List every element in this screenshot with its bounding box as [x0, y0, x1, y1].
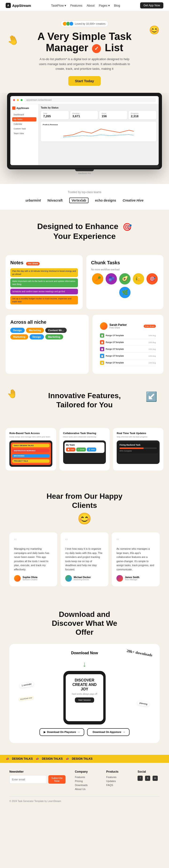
chunk-icon-2: 🥑	[119, 273, 131, 284]
niche-card: Across all niche Design Marketing Conten…	[6, 315, 89, 374]
screen-main-title: Tasks by Status	[41, 106, 156, 109]
sidebar-item-customtask[interactable]: Custom Task	[12, 127, 36, 131]
reminder-badge: 1 reminder	[20, 681, 34, 688]
playstore-button[interactable]: ▶ Download On Playstore →	[39, 728, 84, 736]
subscribe-button[interactable]: Subscribe Now	[48, 775, 66, 784]
footer-company-link-1[interactable]: Pricing	[75, 780, 97, 782]
designed-headline: Designed to Enhance 🎯 Your Experience	[9, 221, 160, 241]
avatar-3	[69, 22, 73, 26]
screen-url: appstream.io/dashboard	[25, 98, 156, 102]
sarah-info: Sarah Parker Free Share	[109, 323, 127, 329]
testimonial-author-0: Sophie Olivia Software Creative	[14, 575, 53, 582]
banner-icon-3: 📣	[66, 757, 69, 761]
author-avatar-1	[65, 575, 72, 582]
tag-marketing-3: Marketing	[45, 334, 63, 339]
footer-products-link-1[interactable]: Updates	[106, 780, 128, 782]
logo: A AppStream	[6, 3, 31, 8]
sidebar-item-mytask[interactable]: My Tasks	[12, 117, 36, 121]
arrow-right-icon: →	[77, 731, 80, 734]
author-info-2: James Smith Team Manager	[125, 576, 139, 581]
testimonial-author-1: Michael Decker Marketing Director	[65, 575, 104, 582]
footer-products-link-0[interactable]: Features	[106, 776, 128, 778]
sidebar-item-dashboard[interactable]: Dashboard	[12, 113, 36, 117]
task-badge-2: BROWSING	[12, 454, 49, 458]
nav-features[interactable]: Features	[70, 4, 82, 7]
testimonials-section: Hear from Our Happy Clients 😊 " Managing…	[0, 480, 169, 598]
chart-area: Profit & Revenue	[41, 122, 156, 141]
sidebar-logo-icon	[12, 106, 15, 110]
quote-icon-1: "	[65, 537, 104, 545]
phone-feature-card-0: Role-Based Task Access Easily assign and…	[6, 428, 56, 470]
footer-copyright: © 2024 Task Generator Template by LearnS…	[9, 800, 61, 802]
sticky-2: Make Important calls to the bank to acco…	[10, 278, 78, 287]
laptop-label: MacBook Pro	[7, 172, 162, 175]
footer-company-link-0[interactable]: Features	[75, 776, 97, 778]
nav-pages[interactable]: Pages ▾	[99, 4, 110, 7]
banner-icon: 📣	[6, 757, 9, 761]
sarah-role: Free Share	[109, 327, 127, 329]
nav-cta-button[interactable]: Get App Now	[140, 2, 163, 8]
footer-company-col: Company Features Pricing Downloads About…	[75, 770, 97, 792]
phone-start-button[interactable]: Start Session	[75, 698, 94, 703]
linkedin-icon[interactable]: in	[153, 776, 158, 781]
task-icon-0: 📋	[100, 333, 104, 338]
footer-grid: Newsletter Subscribe Now Company Feature…	[9, 770, 160, 792]
sarah-avatar	[100, 322, 107, 330]
footer-company-link-3[interactable]: About Us	[75, 788, 97, 790]
task-badge-1: INSPIRATION MORNING	[12, 449, 49, 453]
screen-sidebar: AppStream Dashboard My Tasks Calendar Cu…	[10, 104, 38, 165]
task-row-4: 📋 Range Of Template 14th Aug	[100, 360, 156, 366]
footer-company-link-2[interactable]: Downloads	[75, 784, 97, 786]
laptop-stand	[75, 169, 94, 171]
sticky-notes: Plan the day with a 30-Minute Morning Wo…	[10, 268, 78, 305]
nav-blog[interactable]: Blog	[114, 4, 120, 7]
hero-cta-button[interactable]: Start Today	[68, 76, 100, 86]
planning-badge: planning	[137, 701, 149, 707]
banner-text: DESIGN TALKS	[12, 757, 33, 761]
nav-about[interactable]: About	[87, 4, 95, 7]
testimonial-author-2: James Smith Team Manager	[116, 575, 155, 582]
download-card: Download Now 20k+ downloads ↓ 1 reminder…	[9, 644, 160, 743]
sidebar-item-calendar[interactable]: Calendar	[12, 122, 36, 126]
author-info-1: Michael Decker Marketing Director	[74, 576, 91, 581]
hero-description: A to-do list platform* is a digital tool…	[38, 57, 131, 71]
footer-input-row: Subscribe Now	[9, 775, 66, 784]
feature-cards-row: Notes You Share Plan the day with a 30-M…	[0, 255, 169, 315]
task-badge-0: DAILY DESIGN TALKS	[12, 444, 49, 447]
task-list: 📋 Range Of Template 14th Aug 📋 Range Of …	[100, 332, 156, 366]
task-row-0: 📋 Range Of Template 14th Aug	[100, 332, 156, 339]
screen-topbar: appstream.io/dashboard	[10, 96, 159, 104]
footer-newsletter-title: Newsletter	[9, 770, 66, 773]
nav-links: TaskFlow ▾ Features About Pages ▾ Blog	[51, 4, 120, 7]
newsletter-email-input[interactable]	[9, 775, 47, 784]
appstore-button[interactable]: Download On Appstore →	[87, 728, 130, 736]
designed-section: Designed to Enhance 🎯 Your Experience	[0, 210, 169, 255]
banner-icon-2: 📣	[35, 757, 39, 761]
phone-screen-2: Fixing Backend Task 65% Complete	[118, 442, 158, 454]
nav-taskflow[interactable]: TaskFlow ▾	[51, 4, 66, 7]
sidebar-item-teamview[interactable]: Team View	[12, 131, 36, 135]
stat-total: Total 7,265	[41, 111, 69, 119]
footer-products-link-2[interactable]: FAQS	[106, 784, 128, 786]
tag-design-2: Design	[30, 334, 44, 339]
phone-feat-desc-2: Stay informed with live task progress	[117, 436, 160, 438]
trusted-section: Trusted by top-class teams urbarmint Nóv…	[0, 184, 169, 210]
laptop-base	[10, 165, 159, 168]
logo-vertexlab: Vertexlab	[69, 197, 89, 203]
checkmark-icon: ✓	[92, 44, 101, 53]
twitter-icon[interactable]: X	[145, 776, 150, 781]
footer-products-title: Products	[106, 770, 128, 773]
task-icon-3: 📋	[100, 354, 104, 358]
phone-mockup-0: DAILY DESIGN TALKS INSPIRATION MORNING B…	[9, 440, 52, 467]
sidebar-logo: AppStream	[12, 106, 36, 110]
arrow-emoji: ↙️	[145, 391, 157, 402]
phone-feat-title-2: Real Time Task Updates	[117, 432, 160, 435]
innovative-section: 🤚 ↙️ Innovative Features, Tailored for Y…	[0, 379, 169, 428]
phone-big-subtitle: hard works always pays off	[69, 693, 100, 695]
author-info-0: Sophie Olivia Software Creative	[23, 576, 38, 581]
phone-feature-card-2: Real Time Task Updates Stay informed wit…	[113, 428, 163, 470]
logo-creativehive: Creative Hive	[123, 198, 143, 202]
smile-emoji: 😊	[149, 25, 160, 35]
facebook-icon[interactable]: f	[138, 776, 143, 781]
banner-text-2: DESIGN TALKS	[42, 757, 62, 761]
